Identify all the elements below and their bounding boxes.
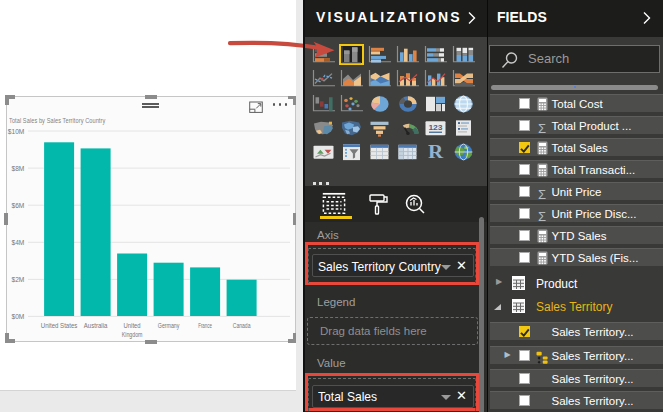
svg-text:$6M: $6M: [11, 202, 24, 209]
svg-text:Germany: Germany: [158, 322, 180, 330]
svg-text:Kingdom: Kingdom: [122, 331, 143, 339]
svg-text:Australia: Australia: [84, 322, 108, 329]
svg-text:Canada: Canada: [233, 322, 251, 329]
svg-text:$8M: $8M: [11, 165, 24, 172]
svg-text:$0M: $0M: [11, 313, 24, 320]
svg-text:United: United: [124, 322, 141, 329]
svg-text:$2M: $2M: [11, 276, 24, 283]
svg-text:United States: United States: [41, 322, 78, 329]
svg-text:$4M: $4M: [11, 239, 24, 246]
svg-text:$10M: $10M: [8, 128, 25, 135]
svg-text:France: France: [198, 322, 212, 329]
